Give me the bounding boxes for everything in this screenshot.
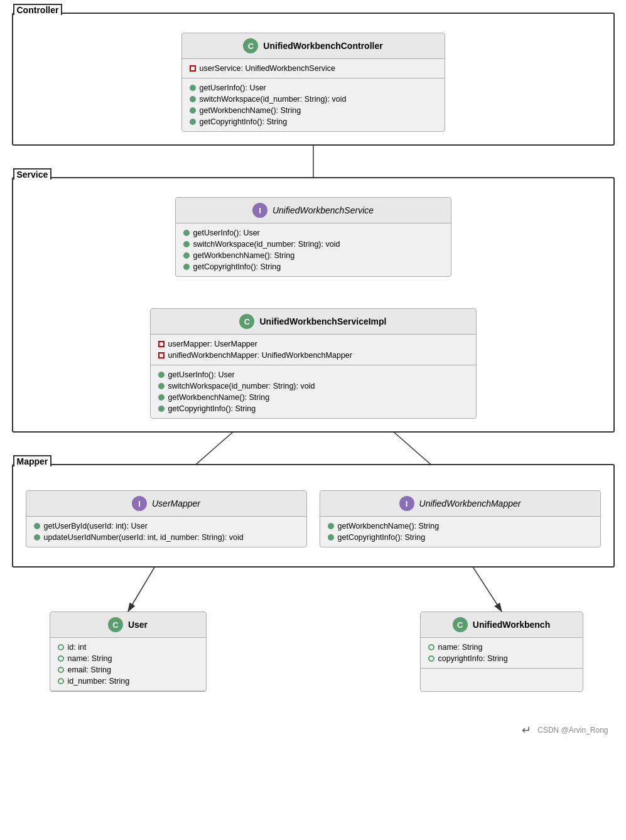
mapper-label: Mapper xyxy=(13,455,52,466)
field-text: id_number: String xyxy=(68,677,130,686)
method-item: getUserInfo(): User xyxy=(183,227,443,239)
method-item: getWorkbenchName(): String xyxy=(183,250,443,261)
controller-label: Controller xyxy=(13,4,63,15)
field-item: userMapper: UserMapper xyxy=(158,338,468,350)
user-mapper-header: I UserMapper xyxy=(26,491,306,517)
wb-class-name: UnifiedWorkbench xyxy=(473,620,550,630)
controller-class: C UnifiedWorkbenchController userService… xyxy=(181,33,445,132)
user-class-header: C User xyxy=(50,612,206,638)
controller-class-icon: C xyxy=(243,38,258,53)
method-item: getUserInfo(): User xyxy=(158,369,468,380)
diagram-container: Controller C UnifiedWorkbenchController … xyxy=(12,13,615,737)
method-item: getWorkbenchName(): String xyxy=(328,520,593,532)
visibility-square-icon xyxy=(158,341,165,347)
field-text: name: String xyxy=(438,643,483,652)
method-text: updateUserIdNumber(userId: int, id_numbe… xyxy=(44,533,244,542)
standalone-row: C User id: int name: String email: Strin… xyxy=(12,605,615,698)
dot-icon xyxy=(183,241,190,247)
wb-class-fields: name: String copyrightInfo: String xyxy=(421,638,583,669)
user-mapper-methods: getUserById(userId: int): User updateUse… xyxy=(26,517,306,547)
service-interface-header: I UnifiedWorkbenchService xyxy=(176,198,451,223)
field-item: unifiedWorkbenchMapper: UnifiedWorkbench… xyxy=(158,350,468,361)
method-item: switchWorkspace(id_number: String): void xyxy=(183,239,443,250)
field-item: name: String xyxy=(428,642,575,653)
circle-icon xyxy=(428,644,434,650)
method-text: getCopyrightInfo(): String xyxy=(193,262,281,271)
service-package: Service I UnifiedWorkbenchService getUse… xyxy=(12,177,615,433)
arrow-spacer-2 xyxy=(12,451,615,464)
method-item: getCopyrightInfo(): String xyxy=(158,403,468,414)
spacer xyxy=(219,605,407,698)
method-text: getWorkbenchName(): String xyxy=(193,251,295,260)
field-item: id: int xyxy=(58,642,198,653)
dot-icon xyxy=(183,264,190,270)
service-impl-name: UnifiedWorkbenchServiceImpl xyxy=(259,316,386,326)
method-item: switchWorkspace(id_number: String): void xyxy=(190,94,437,105)
user-class-fields: id: int name: String email: String id_nu… xyxy=(50,638,206,691)
method-text: getWorkbenchName(): String xyxy=(168,393,270,402)
field-text: userMapper: UserMapper xyxy=(168,340,257,348)
controller-class-fields: userService: UnifiedWorkbenchService xyxy=(182,59,445,78)
visibility-square-icon xyxy=(158,352,165,358)
mapper-package: Mapper I UserMapper getUserById(userId: … xyxy=(12,464,615,568)
user-mapper-icon: I xyxy=(132,496,147,511)
visibility-square-icon xyxy=(190,65,196,72)
wb-class-icon: C xyxy=(453,617,468,632)
wb-class-header: C UnifiedWorkbench xyxy=(421,612,583,638)
dot-icon xyxy=(190,96,196,102)
dot-icon xyxy=(183,230,190,236)
method-item: getWorkbenchName(): String xyxy=(190,105,437,116)
arrow-spacer-1 xyxy=(12,164,615,177)
controller-class-header: C UnifiedWorkbenchController xyxy=(182,33,445,59)
wb-mapper-header: I UnifiedWorkbenchMapper xyxy=(320,491,600,517)
method-text: getUserById(userId: int): User xyxy=(44,522,148,530)
return-arrow-icon: ↵ xyxy=(522,723,531,737)
service-interface-methods: getUserInfo(): User switchWorkspace(id_n… xyxy=(176,223,451,276)
dot-icon xyxy=(158,394,165,401)
field-text: copyrightInfo: String xyxy=(438,654,508,663)
wb-mapper-methods: getWorkbenchName(): String getCopyrightI… xyxy=(320,517,600,547)
arrow-spacer-3 xyxy=(12,586,615,605)
method-text: getUserInfo(): User xyxy=(193,229,260,237)
dot-icon xyxy=(190,85,196,91)
field-item: id_number: String xyxy=(58,676,198,687)
method-text: getCopyrightInfo(): String xyxy=(200,117,288,126)
user-mapper-class: I UserMapper getUserById(userId: int): U… xyxy=(26,490,307,547)
service-impl-methods: getUserInfo(): User switchWorkspace(id_n… xyxy=(151,365,476,418)
method-item: getWorkbenchName(): String xyxy=(158,392,468,403)
method-text: getUserInfo(): User xyxy=(168,370,235,379)
user-class: C User id: int name: String email: Strin… xyxy=(50,611,207,692)
service-interface-class: I UnifiedWorkbenchService getUserInfo():… xyxy=(175,197,451,277)
circle-icon xyxy=(428,655,434,662)
controller-package: Controller C UnifiedWorkbenchController … xyxy=(12,13,615,146)
wb-mapper-name: UnifiedWorkbenchMapper xyxy=(419,498,521,509)
wb-mapper-icon: I xyxy=(399,496,414,511)
dot-icon xyxy=(158,406,165,412)
field-text: id: int xyxy=(68,643,87,652)
method-item: switchWorkspace(id_number: String): void xyxy=(158,380,468,392)
dot-icon xyxy=(34,523,40,529)
dot-icon xyxy=(328,534,334,541)
wb-mapper-class: I UnifiedWorkbenchMapper getWorkbenchNam… xyxy=(320,490,601,547)
method-text: switchWorkspace(id_number: String): void xyxy=(168,382,315,390)
service-impl-class: C UnifiedWorkbenchServiceImpl userMapper… xyxy=(150,308,477,419)
dot-icon xyxy=(190,107,196,114)
user-class-icon: C xyxy=(108,617,123,632)
method-text: getWorkbenchName(): String xyxy=(338,522,440,530)
service-impl-icon: C xyxy=(239,314,254,329)
dot-icon xyxy=(158,372,165,378)
bottom-spacer xyxy=(12,698,615,723)
method-item: getCopyrightInfo(): String xyxy=(328,532,593,543)
dot-icon xyxy=(190,119,196,125)
circle-icon xyxy=(58,644,64,650)
method-item: getCopyrightInfo(): String xyxy=(190,116,437,127)
dot-icon xyxy=(158,383,165,389)
circle-icon xyxy=(58,678,64,684)
field-text: name: String xyxy=(68,654,112,663)
field-item: userService: UnifiedWorkbenchService xyxy=(190,63,437,74)
circle-icon xyxy=(58,667,64,673)
method-text: getUserInfo(): User xyxy=(200,83,266,92)
wb-class: C UnifiedWorkbench name: String copyrigh… xyxy=(420,611,583,692)
method-text: switchWorkspace(id_number: String): void xyxy=(193,240,340,249)
field-text: unifiedWorkbenchMapper: UnifiedWorkbench… xyxy=(168,351,352,360)
